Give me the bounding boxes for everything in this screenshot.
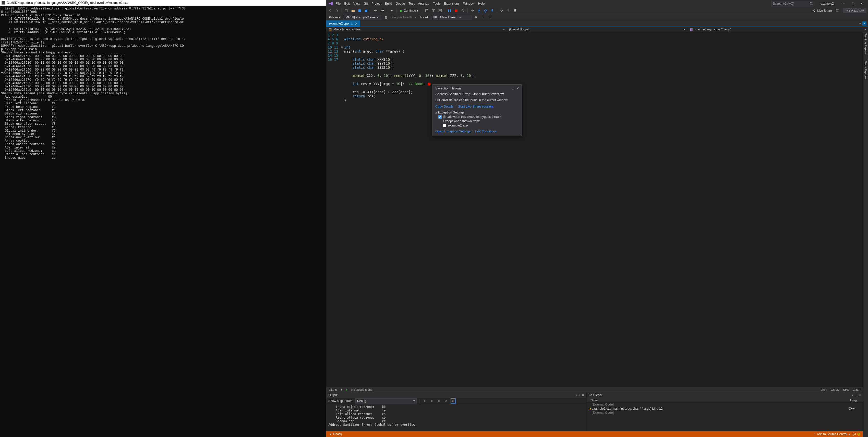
step-out-icon[interactable] (490, 8, 495, 13)
output-source-dropdown[interactable]: Debug▾ (355, 399, 416, 404)
menu-git[interactable]: Git (364, 2, 368, 5)
start-live-share-link[interactable]: Start Live Share session... (458, 105, 495, 108)
nav-scope-dropdown[interactable]: (Global Scope) ▾ (507, 28, 688, 31)
menu-analyze[interactable]: Analyze (418, 2, 429, 5)
notifications-icon[interactable]: 2 (852, 432, 860, 436)
char-indicator[interactable]: Ch: 30 (831, 388, 839, 391)
side-tab-solution-explorer[interactable]: Solution Explorer (864, 33, 867, 56)
new-item-icon[interactable] (344, 8, 349, 13)
panel-close-icon[interactable]: ✕ (858, 393, 861, 397)
stop-icon[interactable] (454, 8, 459, 13)
panel-dropdown-icon[interactable]: ▾ (576, 393, 577, 397)
tab-overflow-icon[interactable]: ▾ (859, 22, 861, 25)
step-into-icon[interactable] (476, 8, 482, 13)
except-item-checkbox[interactable]: example2.exe (443, 124, 519, 127)
tab-close-icon[interactable]: ✕ (355, 22, 358, 26)
menu-view[interactable]: View (353, 2, 360, 5)
step-over-icon[interactable] (483, 8, 488, 13)
out-ico-2[interactable]: ≡ (429, 399, 434, 404)
pause-icon[interactable] (447, 8, 452, 13)
undo-icon[interactable] (373, 8, 378, 13)
popup-close-icon[interactable]: ✕ (516, 87, 519, 90)
tb-icon-2[interactable] (431, 8, 436, 13)
panel-dropdown-icon[interactable]: ▾ (852, 393, 854, 397)
lineend-indicator[interactable]: CRLF (853, 388, 860, 391)
menu-help[interactable]: Help (478, 2, 485, 5)
save-all-icon[interactable] (364, 8, 369, 13)
resize-grip-icon[interactable]: ⣠ (519, 133, 521, 136)
pin-icon[interactable]: ⟂ (351, 22, 353, 25)
menu-test[interactable]: Test (409, 2, 414, 5)
error-indicator-icon[interactable] (428, 83, 431, 86)
svg-point-12 (485, 11, 486, 12)
minimize-button[interactable]: ─ (840, 1, 848, 6)
panel-close-icon[interactable]: ✕ (582, 393, 584, 397)
close-button[interactable]: ✕ (857, 1, 866, 6)
restart-icon[interactable] (460, 8, 465, 13)
live-share-button[interactable]: Live Share (811, 9, 833, 12)
menu-build[interactable]: Build (385, 2, 392, 5)
menu-project[interactable]: Project (371, 2, 381, 5)
menu-file[interactable]: File (336, 2, 341, 5)
panel-pin-icon[interactable]: ⟂ (855, 393, 857, 397)
config-dropdown-icon[interactable]: ▾ (389, 8, 395, 13)
flag-icon[interactable]: ⚑ (473, 15, 479, 20)
menu-debug[interactable]: Debug (396, 2, 405, 5)
tb-icon-3[interactable] (438, 8, 443, 13)
indent-indicator[interactable]: SPC (843, 388, 849, 391)
out-ico-1[interactable]: ≡ (422, 399, 427, 404)
continue-button[interactable]: ▶ Continue ▾ (399, 9, 420, 12)
console-titlebar[interactable]: C:\MSDN\cpp-docs-pr\docs\c-language\ASAN… (0, 0, 326, 6)
nav-project-dropdown[interactable]: ▤ Miscellaneous Files ▾ (326, 28, 507, 31)
save-icon[interactable] (357, 8, 362, 13)
open-icon[interactable] (350, 8, 355, 13)
menu-edit[interactable]: Edit (344, 2, 350, 5)
output-body[interactable]: Intra object redzone: bb ASan internal: … (326, 404, 586, 431)
svg-point-13 (492, 9, 493, 10)
nav-fwd-icon[interactable] (335, 8, 340, 13)
thread-dropdown[interactable]: [888] Main Thread▾ (431, 15, 471, 20)
nav-back-icon[interactable] (328, 8, 333, 13)
copy-details-link[interactable]: Copy Details (435, 105, 454, 108)
tb-misc-2[interactable]: ⣿ (506, 8, 511, 13)
tb-icon-1[interactable] (424, 8, 429, 13)
zoom-level[interactable]: 111 % (329, 388, 337, 391)
feedback-icon[interactable] (835, 8, 840, 13)
out-ico-3[interactable]: ≡ (436, 399, 441, 404)
callstack-row[interactable]: ➔example2.exe!main(int argc, char * * ar… (587, 407, 863, 411)
menu-window[interactable]: Window (463, 2, 474, 5)
navigation-bar: ▤ Miscellaneous Files ▾ (Global Scope) ▾… (326, 27, 868, 32)
break-checkbox[interactable]: Break when this exception type is thrown (438, 115, 519, 119)
out-ico-4[interactable]: ⎚ (443, 399, 448, 404)
code-editor[interactable]: 1 2 3 4 5 6 7 8 9 10 11 12 13 14 15 16 1… (326, 32, 863, 387)
edit-conditions-link[interactable]: Edit Conditions (475, 129, 497, 133)
tb-misc-1[interactable]: ⟳ (499, 8, 504, 13)
add-source-control[interactable]: ↑Add to Source Control▴ (814, 432, 850, 436)
search-box[interactable]: Search (Ctrl+Q) (771, 1, 814, 6)
callstack-row[interactable]: [External Code] (587, 403, 863, 407)
tab-add-icon[interactable]: + (862, 22, 866, 26)
stackframe-icon[interactable]: ⣿ (481, 15, 486, 20)
menu-extensions[interactable]: Extensions (444, 2, 460, 5)
int-preview-badge: INT PREVIEW (843, 8, 866, 13)
line-indicator[interactable]: Ln: 4 (821, 388, 828, 391)
nav-member-dropdown[interactable]: ◧ main(int argc, char ** argv) ▾ (687, 28, 868, 31)
stackframe-icon2[interactable]: ⣿ (488, 15, 493, 20)
menu-tools[interactable]: Tools (433, 2, 440, 5)
show-next-icon[interactable] (470, 8, 475, 13)
lifecycle-icon[interactable]: ▦ (383, 15, 388, 20)
code-content[interactable]: #include <string.h> int main(int argc, c… (344, 32, 863, 387)
maximize-button[interactable]: ▢ (848, 1, 857, 6)
callstack-body[interactable]: [External Code]➔example2.exe!main(int ar… (587, 403, 863, 431)
popup-pin-icon[interactable]: ⟂ (512, 87, 514, 90)
callstack-row[interactable]: [External Code] (587, 411, 863, 415)
side-tab-team-explorer[interactable]: Team Explorer (864, 61, 867, 80)
tab-example2-cpp[interactable]: example2.cpp ⟂ ✕ (326, 21, 360, 27)
out-ico-5[interactable]: ⎘ (451, 399, 456, 404)
exception-settings-header[interactable]: ▴ Exception Settings (435, 111, 464, 114)
redo-icon[interactable] (380, 8, 385, 13)
process-dropdown[interactable]: [29708] example2.exe▾ (343, 15, 381, 20)
tb-misc-3[interactable]: ⣿ (513, 8, 518, 13)
panel-pin-icon[interactable]: ⟂ (579, 393, 580, 397)
open-exception-settings-link[interactable]: Open Exception Settings (435, 129, 470, 133)
